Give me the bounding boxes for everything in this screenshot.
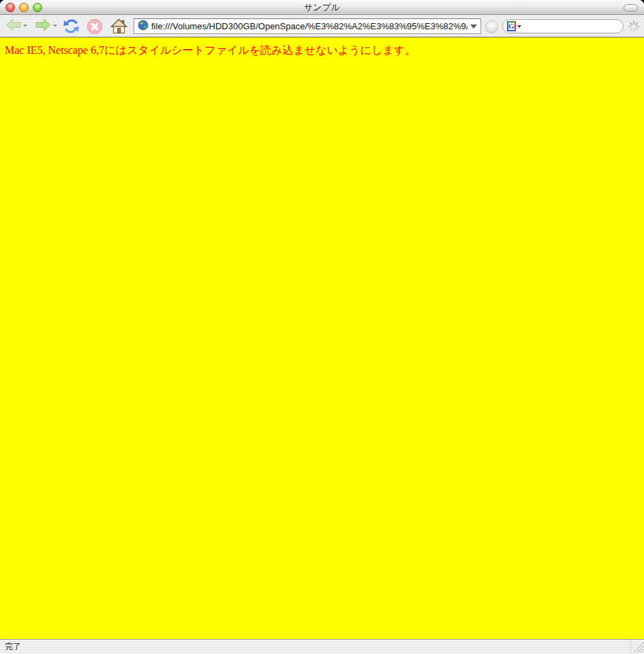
stop-button[interactable] [87,18,103,37]
search-bar: G [502,19,624,33]
page-message: Mac IE5, Netscape 6,7にはスタイルシートファイルを読み込ませ… [0,37,644,57]
back-history-dropdown-icon [23,25,27,27]
navigation-toolbar: G [0,15,644,37]
address-bar [134,18,481,34]
stop-icon [87,18,103,37]
toolbar-toggle-lozenge[interactable] [624,4,638,12]
go-button[interactable] [485,20,498,33]
search-engine-dropdown-icon[interactable] [517,25,521,28]
search-input[interactable] [523,22,628,31]
address-input[interactable] [151,21,467,31]
home-button[interactable] [110,18,127,37]
back-button[interactable] [5,18,27,34]
reload-button[interactable] [62,17,80,37]
forward-arrow-icon [35,18,52,34]
home-icon [110,18,127,37]
forward-button[interactable] [35,18,57,34]
title-bar[interactable]: サンプル [0,0,644,15]
forward-history-dropdown-icon [53,25,57,27]
google-g-icon[interactable]: G [507,21,516,31]
spinner-icon [628,20,640,33]
status-bar: 完了 [0,639,644,653]
globe-icon [138,20,149,33]
resize-grip-icon[interactable] [630,640,644,653]
reload-icon [62,17,80,37]
window-title: サンプル [0,0,644,15]
status-text: 完了 [5,641,21,653]
address-history-dropdown-icon[interactable] [470,25,477,29]
page-content: Mac IE5, Netscape 6,7にはスタイルシートファイルを読み込ませ… [0,37,644,639]
back-arrow-icon [5,18,22,34]
go-arrow-icon [488,22,495,32]
browser-window: サンプル [0,0,644,654]
